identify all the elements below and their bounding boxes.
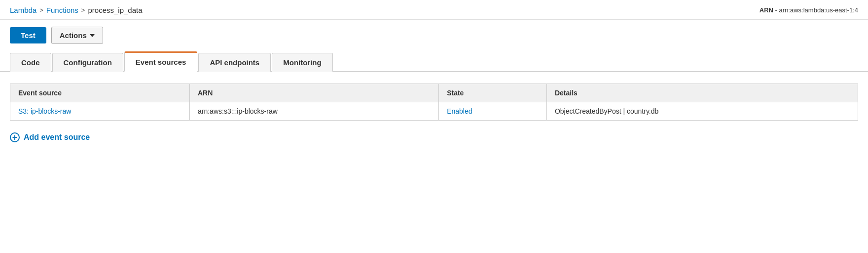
tab-monitoring[interactable]: Monitoring: [272, 53, 332, 72]
row-arn: arn:aws:s3:::ip-blocks-raw: [189, 102, 438, 121]
action-bar: Test Actions: [0, 20, 868, 51]
breadcrumb-lambda[interactable]: Lambda: [10, 6, 36, 14]
breadcrumb-functions[interactable]: Functions: [46, 6, 78, 14]
col-state: State: [439, 84, 547, 102]
col-event-source: Event source: [10, 84, 190, 102]
add-event-source-label: Add event source: [24, 133, 90, 142]
col-details: Details: [546, 84, 858, 102]
breadcrumb: Lambda > Functions > process_ip_data: [10, 6, 143, 14]
test-button[interactable]: Test: [10, 27, 46, 43]
table-row: S3: ip-blocks-raw arn:aws:s3:::ip-blocks…: [10, 102, 858, 121]
main-content: Event source ARN State Details S3: ip-bl…: [0, 72, 868, 154]
breadcrumb-sep-1: >: [39, 6, 43, 14]
breadcrumb-sep-2: >: [81, 6, 85, 14]
breadcrumb-current: process_ip_data: [88, 6, 142, 14]
tab-configuration[interactable]: Configuration: [52, 53, 123, 72]
add-icon: +: [10, 132, 20, 142]
actions-label: Actions: [60, 31, 87, 40]
breadcrumb-bar: Lambda > Functions > process_ip_data ARN…: [0, 0, 868, 20]
arn-display: ARN - arn:aws:lambda:us-east-1:4: [760, 6, 858, 14]
row-event-source[interactable]: S3: ip-blocks-raw: [10, 102, 190, 121]
tabs-bar: Code Configuration Event sources API end…: [0, 51, 868, 72]
event-sources-table: Event source ARN State Details S3: ip-bl…: [10, 84, 858, 121]
tab-code[interactable]: Code: [10, 53, 51, 72]
col-arn: ARN: [189, 84, 438, 102]
row-details: ObjectCreatedByPost | country.db: [546, 102, 858, 121]
row-state: Enabled: [439, 102, 547, 121]
add-event-source-button[interactable]: + Add event source: [10, 130, 858, 144]
tab-event-sources[interactable]: Event sources: [124, 51, 198, 72]
actions-dropdown-arrow: [90, 34, 95, 37]
actions-button[interactable]: Actions: [51, 27, 103, 44]
tab-api-endpoints[interactable]: API endpoints: [198, 53, 271, 72]
